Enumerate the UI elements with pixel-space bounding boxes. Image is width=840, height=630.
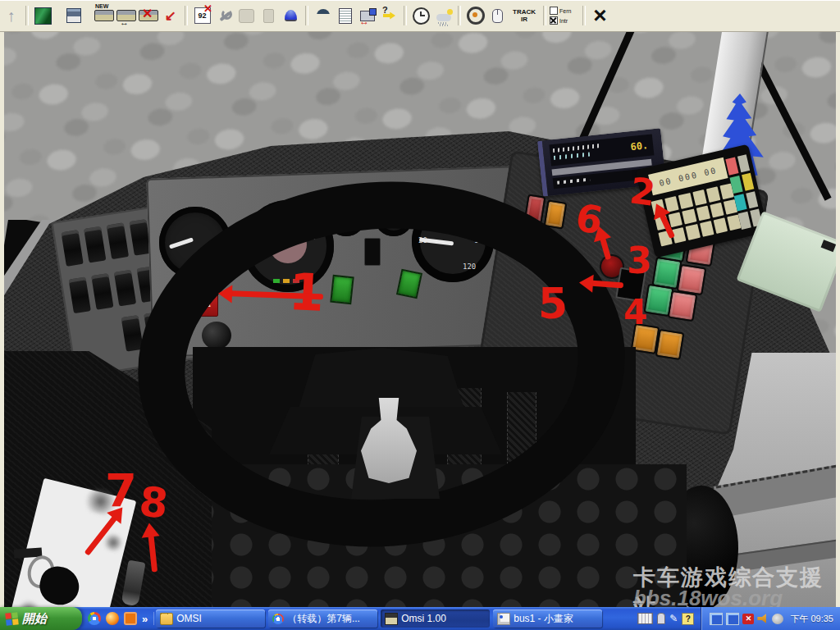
annotation-number-4: 4 — [623, 295, 647, 330]
printer-display-text2 — [554, 152, 590, 160]
wrench-icon — [217, 7, 233, 24]
schedule-button[interactable]: 92 ✕ — [191, 4, 213, 27]
pc-link-arrows-icon: ↔ — [359, 16, 369, 27]
delete-bus-button[interactable]: ✕ — [137, 4, 159, 27]
swap-bus-button[interactable]: ↔ — [115, 4, 137, 27]
alert-icon[interactable]: ✕ — [742, 614, 754, 624]
timetable-button[interactable] — [334, 4, 356, 27]
fuel-pump-icon — [263, 9, 274, 23]
printer-display-text — [553, 144, 600, 153]
insert-arrow-icon: ↙ — [164, 7, 176, 25]
toolbar-separator — [582, 6, 586, 25]
media-app-icon[interactable] — [124, 612, 137, 625]
map-button[interactable] — [32, 4, 54, 27]
taskbar-window-label: bus1 - 小畫家 — [514, 612, 573, 626]
help-icon[interactable]: ? — [682, 613, 694, 625]
omsi-3d-viewport[interactable]: 20 40 60 80 100 120 △ — [0, 31, 840, 607]
fern-checkbox-label: Fern — [559, 8, 571, 14]
desktop: ↑ NEW ↔ ✕ ↙ 92 ✕ ↔ — [0, 0, 840, 630]
pc-link-button[interactable]: ↔ — [356, 4, 378, 27]
bus-icon — [94, 10, 114, 21]
fern-checkbox[interactable] — [550, 7, 558, 15]
taskbar-window-label: （转载）第7辆... — [287, 612, 360, 626]
rocker-switch[interactable] — [84, 226, 106, 263]
annotation-number-3: 3 — [627, 243, 652, 279]
toolbar-separator — [185, 6, 188, 25]
taskbar-window-browser[interactable]: （转载）第7辆... — [268, 609, 377, 628]
view-checkbox-group: Fern Intr — [550, 7, 579, 25]
siren-button[interactable] — [280, 4, 302, 27]
window-frame-right — [836, 31, 840, 607]
printer-display-value: 60. — [630, 139, 649, 153]
console-button-orange-low-2[interactable] — [655, 329, 685, 360]
start-button[interactable]: 開始 — [0, 607, 82, 630]
mouse-icon — [492, 9, 503, 23]
taskbar-window-omsi-game[interactable]: Omsi 1.00 — [381, 609, 490, 628]
chrome-icon — [272, 614, 284, 624]
microphone-icon[interactable] — [657, 613, 665, 624]
rocker-switch[interactable] — [91, 273, 113, 310]
rocker-switch[interactable] — [114, 270, 136, 307]
fuel-button[interactable] — [258, 4, 280, 27]
close-button[interactable]: × — [589, 4, 611, 27]
steering-button[interactable] — [464, 4, 486, 27]
help-button[interactable]: ? — [378, 4, 400, 27]
new-bus-button[interactable]: NEW — [93, 4, 115, 27]
paint-icon — [497, 613, 510, 625]
time-button[interactable] — [410, 4, 432, 27]
toolbar-separator — [305, 6, 308, 25]
network-icon[interactable] — [726, 613, 739, 625]
quick-launch-more[interactable]: » — [142, 613, 148, 625]
system-tray: ✕ 下午 09:35 — [701, 607, 840, 630]
insert-button[interactable]: ↙ — [159, 4, 181, 27]
weather-icon — [436, 14, 451, 21]
volume-icon[interactable] — [772, 614, 783, 624]
toolbar-separator — [25, 6, 29, 25]
chrome-icon[interactable] — [88, 612, 101, 625]
delete-x-icon: ✕ — [142, 6, 153, 21]
pen-icon[interactable]: ✎ — [669, 613, 678, 624]
gauge-needle — [169, 237, 194, 249]
taskbar: 開始 » OMSI （转载）第7辆... Omsi 1.00 bus1 - 小畫… — [0, 607, 840, 630]
speaker-icon[interactable] — [757, 614, 769, 624]
keyboard-icon[interactable] — [637, 613, 653, 624]
rocker-switch[interactable] — [61, 230, 83, 267]
taskbar-window-label: OMSI — [176, 613, 202, 624]
new-badge: NEW — [95, 3, 108, 9]
mouse-button[interactable] — [486, 4, 509, 27]
annotation-number-5: 5 — [538, 282, 568, 325]
checkbox-row-fern[interactable]: Fern — [550, 7, 579, 15]
omsi-app-icon — [385, 613, 398, 625]
rocker-switch[interactable] — [69, 276, 91, 313]
taskbar-window-label: Omsi 1.00 — [401, 613, 446, 624]
repair-button[interactable] — [213, 4, 235, 27]
document-icon — [339, 8, 352, 24]
folder-icon — [160, 613, 173, 625]
save-icon — [66, 8, 81, 23]
save-button[interactable] — [62, 4, 84, 27]
up-arrow-button[interactable]: ↑ — [0, 4, 22, 27]
swap-arrows-icon: ↔ — [120, 17, 129, 27]
intr-checkbox[interactable] — [550, 16, 558, 25]
trackir-icon: TRACK IR — [510, 8, 538, 23]
panel-smudge — [14, 599, 43, 607]
map-icon — [34, 7, 52, 25]
taskbar-window-omsi-folder[interactable]: OMSI — [156, 609, 265, 628]
sandbag-button[interactable] — [235, 4, 258, 27]
firefox-icon[interactable] — [106, 612, 119, 625]
quick-launch: » — [82, 612, 154, 625]
police-icon — [317, 9, 330, 22]
police-button[interactable] — [312, 4, 334, 27]
weather-button[interactable] — [432, 4, 454, 27]
clock-icon — [413, 7, 430, 25]
question-icon: ? — [382, 5, 388, 15]
rocker-switch[interactable] — [107, 222, 129, 259]
windows-logo-icon — [5, 612, 18, 625]
siren-icon — [285, 10, 297, 21]
taskbar-window-paint[interactable]: bus1 - 小畫家 — [493, 609, 602, 628]
trackir-button[interactable]: TRACK IR — [509, 4, 540, 27]
toolbar-separator — [404, 6, 407, 25]
checkbox-row-intr[interactable]: Intr — [550, 16, 579, 25]
network-icon[interactable] — [710, 613, 723, 625]
door-button-red-3[interactable] — [668, 290, 698, 322]
